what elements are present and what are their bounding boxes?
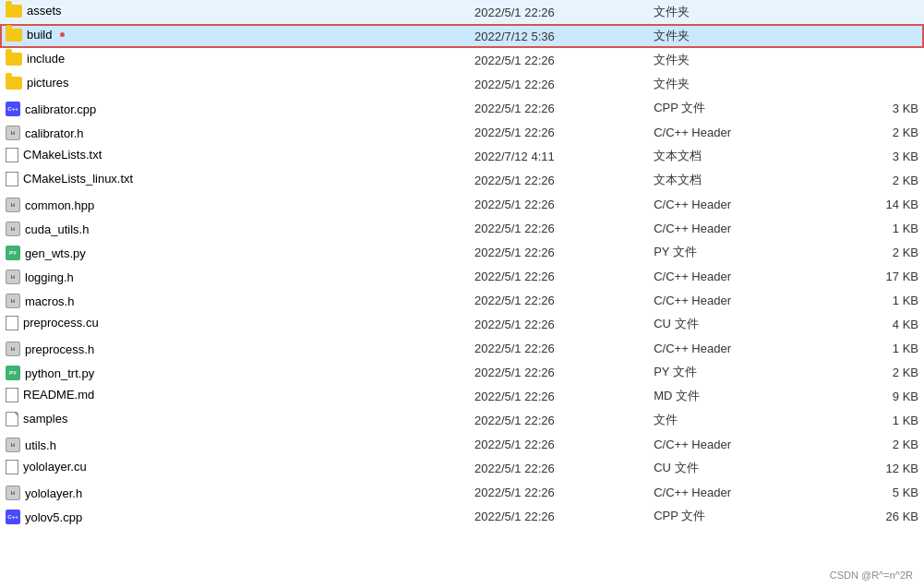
table-row[interactable]: Hyololayer.h2022/5/1 22:26C/C++ Header5 …: [0, 480, 924, 504]
file-date-cell: 2022/5/1 22:26: [469, 0, 648, 24]
file-list: assets2022/5/1 22:26文件夹build2022/7/12 5:…: [0, 0, 924, 528]
file-date-cell: 2022/5/1 22:26: [469, 504, 648, 528]
file-name: yolov5.cpp: [25, 510, 82, 524]
file-size-cell: 4 KB: [813, 312, 924, 336]
file-name-cell: C++calibrator.cpp: [0, 96, 469, 120]
file-date-cell: 2022/5/1 22:26: [469, 264, 648, 288]
table-row[interactable]: Hlogging.h2022/5/1 22:26C/C++ Header17 K…: [0, 264, 924, 288]
file-type-cell: C/C++ Header: [648, 336, 813, 360]
file-name: yololayer.h: [25, 486, 82, 500]
file-size-cell: [813, 0, 924, 24]
file-date-cell: 2022/7/12 4:11: [469, 144, 648, 168]
cpp-icon: C++: [6, 102, 20, 116]
file-name: assets: [27, 4, 62, 18]
file-name: yololayer.cu: [23, 460, 87, 474]
table-row[interactable]: build2022/7/12 5:36文件夹: [0, 24, 924, 48]
file-type-cell: C/C++ Header: [648, 216, 813, 240]
file-date-cell: 2022/5/1 22:26: [469, 336, 648, 360]
file-type-cell: C/C++ Header: [648, 432, 813, 456]
file-name-cell: Hmacros.h: [0, 288, 469, 312]
table-row[interactable]: yololayer.cu2022/5/1 22:26CU 文件12 KB: [0, 456, 924, 480]
file-name-cell: Hcalibrator.h: [0, 120, 469, 144]
file-name: cuda_utils.h: [25, 222, 89, 236]
table-row[interactable]: Hmacros.h2022/5/1 22:26C/C++ Header1 KB: [0, 288, 924, 312]
py-icon: PY: [6, 246, 20, 260]
file-date-cell: 2022/5/1 22:26: [469, 240, 648, 264]
file-type-cell: 文本文档: [648, 144, 813, 168]
file-icon: [6, 412, 18, 426]
file-type-cell: CU 文件: [648, 312, 813, 336]
folder-icon: [6, 53, 22, 66]
file-name-cell: preprocess.cu: [0, 312, 469, 336]
file-type-cell: C/C++ Header: [648, 264, 813, 288]
file-size-cell: 9 KB: [813, 384, 924, 408]
file-size-cell: 14 KB: [813, 192, 924, 216]
file-name-cell: include: [0, 48, 469, 72]
file-size-cell: 3 KB: [813, 144, 924, 168]
table-row[interactable]: Hcalibrator.h2022/5/1 22:26C/C++ Header2…: [0, 120, 924, 144]
file-type-cell: CPP 文件: [648, 504, 813, 528]
table-row[interactable]: CMakeLists.txt2022/7/12 4:11文本文档3 KB: [0, 144, 924, 168]
table-row[interactable]: samples2022/5/1 22:26文件1 KB: [0, 408, 924, 432]
file-name-cell: Hlogging.h: [0, 264, 469, 288]
file-name: build: [27, 28, 52, 42]
file-type-cell: C/C++ Header: [648, 192, 813, 216]
file-name-cell: CMakeLists.txt: [0, 144, 469, 168]
file-name: common.hpp: [25, 198, 94, 212]
file-name: CMakeLists_linux.txt: [23, 172, 133, 186]
table-row[interactable]: PYpython_trt.py2022/5/1 22:26PY 文件2 KB: [0, 360, 924, 384]
file-name: pictures: [27, 76, 69, 90]
txt-icon: [6, 148, 18, 162]
file-name-cell: CMakeLists_linux.txt: [0, 168, 469, 192]
file-date-cell: 2022/5/1 22:26: [469, 408, 648, 432]
file-date-cell: 2022/5/1 22:26: [469, 312, 648, 336]
file-date-cell: 2022/5/1 22:26: [469, 168, 648, 192]
table-row[interactable]: PYgen_wts.py2022/5/1 22:26PY 文件2 KB: [0, 240, 924, 264]
file-date-cell: 2022/5/1 22:26: [469, 480, 648, 504]
table-row[interactable]: Hutils.h2022/5/1 22:26C/C++ Header2 KB: [0, 432, 924, 456]
file-name-cell: Hutils.h: [0, 432, 469, 456]
file-name-cell: pictures: [0, 72, 469, 96]
file-size-cell: [813, 24, 924, 48]
file-name-cell: README.md: [0, 384, 469, 408]
file-size-cell: 1 KB: [813, 408, 924, 432]
red-dot: [60, 32, 65, 37]
file-type-cell: CPP 文件: [648, 96, 813, 120]
table-row[interactable]: Hcommon.hpp2022/5/1 22:26C/C++ Header14 …: [0, 192, 924, 216]
table-row[interactable]: include2022/5/1 22:26文件夹: [0, 48, 924, 72]
table-row[interactable]: README.md2022/5/1 22:26MD 文件9 KB: [0, 384, 924, 408]
file-size-cell: 1 KB: [813, 216, 924, 240]
table-row[interactable]: C++calibrator.cpp2022/5/1 22:26CPP 文件3 K…: [0, 96, 924, 120]
file-type-cell: 文本文档: [648, 168, 813, 192]
file-date-cell: 2022/5/1 22:26: [469, 288, 648, 312]
folder-icon: [6, 29, 22, 42]
cpp-icon: C++: [6, 510, 20, 524]
file-name: samples: [23, 412, 67, 426]
file-size-cell: 2 KB: [813, 120, 924, 144]
file-type-cell: 文件夹: [648, 24, 813, 48]
header-icon: H: [6, 126, 20, 140]
file-type-cell: 文件夹: [648, 0, 813, 24]
file-name: logging.h: [25, 270, 74, 284]
file-name: gen_wts.py: [25, 246, 86, 260]
table-row[interactable]: C++yolov5.cpp2022/5/1 22:26CPP 文件26 KB: [0, 504, 924, 528]
header-icon: H: [6, 294, 20, 308]
header-icon: H: [6, 486, 20, 500]
file-size-cell: 2 KB: [813, 360, 924, 384]
file-name-cell: assets: [0, 0, 469, 24]
file-size-cell: 2 KB: [813, 240, 924, 264]
file-name-cell: PYgen_wts.py: [0, 240, 469, 264]
file-type-cell: 文件夹: [648, 48, 813, 72]
file-size-cell: 3 KB: [813, 96, 924, 120]
table-row[interactable]: CMakeLists_linux.txt2022/5/1 22:26文本文档2 …: [0, 168, 924, 192]
py-icon: PY: [6, 366, 20, 380]
table-row[interactable]: assets2022/5/1 22:26文件夹: [0, 0, 924, 24]
table-row[interactable]: pictures2022/5/1 22:26文件夹: [0, 72, 924, 96]
table-row[interactable]: preprocess.cu2022/5/1 22:26CU 文件4 KB: [0, 312, 924, 336]
md-icon: [6, 388, 18, 402]
file-type-cell: C/C++ Header: [648, 288, 813, 312]
file-size-cell: 1 KB: [813, 336, 924, 360]
table-row[interactable]: Hcuda_utils.h2022/5/1 22:26C/C++ Header1…: [0, 216, 924, 240]
file-size-cell: 2 KB: [813, 432, 924, 456]
table-row[interactable]: Hpreprocess.h2022/5/1 22:26C/C++ Header1…: [0, 336, 924, 360]
